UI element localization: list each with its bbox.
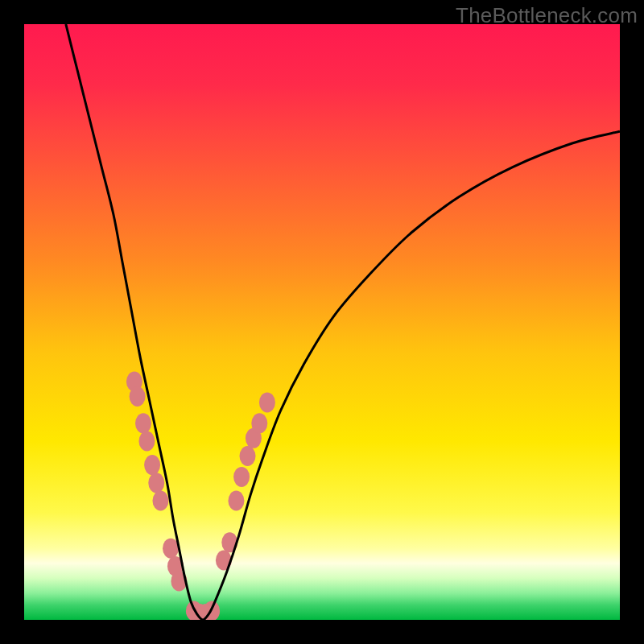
data-marker <box>144 455 160 475</box>
data-marker <box>163 539 179 559</box>
data-marker <box>135 413 151 433</box>
data-marker <box>259 392 275 412</box>
plot-area <box>24 24 620 620</box>
data-marker <box>138 431 155 452</box>
data-marker <box>152 491 168 511</box>
bottleneck-curve <box>66 24 620 620</box>
data-marker <box>233 467 250 487</box>
data-marker <box>148 473 164 493</box>
data-marker <box>130 386 146 407</box>
data-marker <box>251 413 267 433</box>
data-marker <box>240 446 256 466</box>
chart-stage: TheBottleneck.com <box>0 0 644 644</box>
chart-overlay <box>24 24 620 620</box>
data-marker <box>228 491 244 511</box>
marker-group <box>126 372 275 621</box>
